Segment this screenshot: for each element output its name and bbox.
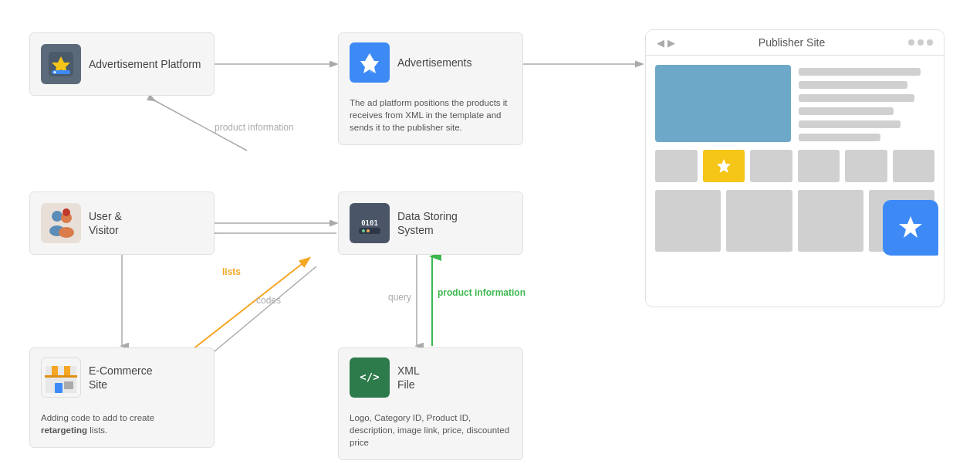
svg-marker-38	[899, 216, 922, 238]
user-svg	[43, 205, 79, 241]
xml-title: XMLFile	[397, 364, 420, 391]
svg-line-6	[185, 259, 309, 355]
ad-platform-icon	[41, 44, 81, 84]
pub-line-5	[799, 120, 901, 128]
product-info-label-1: product information	[215, 122, 294, 134]
advertisements-description: The ad platform positions the products i…	[350, 97, 512, 134]
user-title: User &Visitor	[89, 209, 122, 237]
forward-arrow[interactable]: ▶	[667, 37, 675, 49]
ecommerce-svg	[43, 360, 79, 395]
publisher-row3	[655, 190, 934, 252]
svg-marker-37	[717, 159, 731, 173]
pub-block-6	[893, 150, 935, 182]
pub-block-yellow-ad	[703, 150, 745, 182]
pub-med-block-3	[798, 190, 863, 252]
ad-platform-svg	[49, 52, 73, 76]
xml-header: </> XMLFile	[350, 357, 420, 398]
pub-block-3	[750, 150, 792, 182]
svg-rect-32	[55, 383, 63, 393]
svg-rect-29	[58, 366, 64, 377]
dot-3	[927, 39, 933, 46]
pub-ad-star	[715, 158, 732, 175]
publisher-title: Publisher Site	[759, 36, 825, 49]
publisher-row2	[655, 150, 934, 182]
data-storing-box: 0101 Data StoringSystem	[338, 191, 523, 255]
back-arrow[interactable]: ◀	[657, 37, 664, 49]
svg-rect-34	[45, 375, 77, 378]
pub-med-block-1	[655, 190, 721, 252]
ad-platform-title: Advertisement Platform	[89, 57, 201, 71]
svg-rect-28	[46, 366, 52, 377]
advertisements-box: Advertisements The ad platform positions…	[338, 32, 523, 145]
svg-point-17	[52, 211, 63, 222]
pub-main-image	[655, 65, 791, 142]
xml-svg: </>	[356, 364, 384, 391]
pub-med-block-4	[869, 190, 934, 252]
ecommerce-box: E-CommerceSite Adding code to add to cre…	[29, 347, 215, 448]
pub-block-5	[845, 150, 887, 182]
advertisements-header: Advertisements	[350, 42, 471, 83]
diagram-container: Advertisement Platform Advertisements Th…	[0, 0, 980, 471]
ecommerce-icon	[41, 357, 81, 398]
publisher-content	[646, 56, 944, 261]
user-box: User &Visitor	[29, 191, 215, 255]
advertisements-svg	[357, 50, 382, 75]
pub-text-lines	[799, 65, 934, 142]
svg-point-25	[362, 229, 365, 232]
data-storing-title: Data StoringSystem	[397, 209, 458, 237]
query-label: query	[388, 292, 411, 303]
publisher-row1	[655, 65, 934, 142]
ad-platform-box: Advertisement Platform	[29, 32, 215, 96]
xml-description: Logo, Category ID, Product ID, descripti…	[350, 412, 512, 449]
svg-point-26	[367, 229, 370, 232]
svg-point-21	[59, 227, 74, 238]
pub-block-4	[798, 150, 840, 182]
publisher-site: ◀ ▶ Publisher Site	[645, 29, 945, 307]
xml-icon: </>	[350, 357, 390, 398]
advertisements-icon	[350, 42, 390, 83]
nav-arrows: ◀ ▶	[657, 37, 675, 49]
window-dots	[908, 39, 933, 46]
pub-line-3	[799, 94, 914, 102]
user-icon	[41, 203, 81, 243]
pub-block-1	[655, 150, 698, 182]
svg-rect-30	[70, 366, 76, 377]
pub-line-6	[799, 134, 880, 141]
ecommerce-description: Adding code to add to create retargeting…	[41, 412, 203, 436]
svg-line-7	[201, 266, 316, 363]
dot-1	[908, 39, 914, 46]
pub-med-block-2	[726, 190, 792, 252]
svg-rect-33	[64, 381, 73, 389]
data-svg: 0101	[356, 209, 384, 237]
ecommerce-title: E-CommerceSite	[89, 364, 152, 391]
xml-file-box: </> XMLFile Logo, Category ID, Product I…	[338, 347, 523, 460]
publisher-title-bar: ◀ ▶ Publisher Site	[646, 30, 944, 56]
advertisements-title: Advertisements	[397, 56, 471, 69]
pub-line-4	[799, 107, 894, 115]
ecommerce-header: E-CommerceSite	[41, 357, 152, 398]
svg-text:</>: </>	[360, 371, 379, 383]
pub-blue-ad-bubble	[883, 200, 938, 256]
svg-point-13	[54, 71, 56, 73]
svg-point-20	[63, 208, 70, 216]
pub-line-1	[799, 68, 921, 76]
product-info-label-2: product information	[438, 287, 525, 300]
data-storing-icon: 0101	[350, 203, 390, 243]
dot-2	[917, 39, 924, 46]
svg-text:0101: 0101	[361, 219, 378, 227]
pub-line-2	[799, 81, 907, 89]
codes-label: codes	[256, 295, 281, 306]
lists-label: lists	[222, 266, 241, 277]
pub-blue-star	[896, 213, 925, 242]
